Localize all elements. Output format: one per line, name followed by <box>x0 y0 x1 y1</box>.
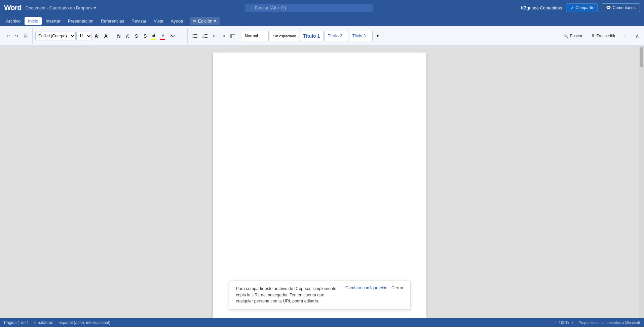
comments-icon: 💬 <box>606 5 611 10</box>
svg-point-5 <box>193 34 194 35</box>
style-sin-espaciado[interactable]: Sin espaciado <box>270 31 299 41</box>
svg-rect-18 <box>231 34 235 35</box>
font-name-select[interactable]: Calibri (Cuerpo) <box>35 32 76 40</box>
word-count: 0 palabras <box>34 320 53 325</box>
ribbon-more-button[interactable]: ··· <box>621 31 631 41</box>
ribbon: ↩ ↩ Calibri (Cuerpo) 11 A+ A- N K S S ab… <box>0 26 644 46</box>
increase-indent-button[interactable]: ⇥ <box>219 31 227 41</box>
font-size-select[interactable]: 11 <box>76 32 92 40</box>
feedback-link[interactable]: Proporcionar comentarios a Microsoft <box>578 321 640 325</box>
document-page[interactable] <box>213 52 426 318</box>
page-canvas: Para compartir este archivo de Dropbox, … <box>0 46 639 318</box>
account-name: KZgunea Contenidos <box>521 5 562 10</box>
ribbon-search-button[interactable]: 🔍 Buscar <box>560 31 585 41</box>
font-color-indicator <box>160 39 165 40</box>
transcribe-button[interactable]: 🎙 Transcribir <box>588 31 618 41</box>
notification-text: Para compartir este archivo de Dropbox, … <box>236 286 340 304</box>
numbered-list-button[interactable]: 1.2.3. <box>200 31 210 41</box>
paragraph-button[interactable] <box>228 31 237 41</box>
font-color-button[interactable]: A <box>159 31 167 41</box>
menu-archivo[interactable]: Archivo <box>3 17 24 25</box>
more-format-button[interactable]: ··· <box>178 31 186 41</box>
dropbox-chevron[interactable]: ▾ <box>94 5 96 10</box>
close-notification-button[interactable]: Cerrar <box>391 286 403 290</box>
menu-revisar[interactable]: Revisar <box>128 17 150 25</box>
bold-button[interactable]: N <box>115 31 123 41</box>
decrease-indent-button[interactable]: ⇤ <box>211 31 219 41</box>
clear-format-button[interactable]: ✕A <box>168 31 177 41</box>
ribbon-font-group: Calibri (Cuerpo) 11 A+ A- <box>34 28 112 44</box>
menu-referencias[interactable]: Referencias <box>98 17 127 25</box>
highlight-button[interactable]: ab <box>150 31 158 41</box>
svg-rect-8 <box>194 36 197 36</box>
svg-rect-12 <box>204 34 207 35</box>
ribbon-styles-group: Normal Sin espaciado Título 1 Título 2 T… <box>240 28 383 44</box>
highlight-color-indicator <box>151 39 156 40</box>
dropbox-notification: Para compartir este archivo de Dropbox, … <box>229 281 411 310</box>
svg-rect-3 <box>25 36 27 36</box>
ribbon-paragraph-group: 1.2.3. ⇤ ⇥ <box>189 28 239 44</box>
ribbon-right-tools: 🔍 Buscar 🎙 Transcribir ··· ∧ <box>560 31 641 41</box>
transcribe-icon: 🎙 <box>591 34 595 38</box>
search-wrap: 🔍 <box>245 4 373 12</box>
ribbon-undo-group: ↩ ↩ <box>3 28 33 44</box>
svg-rect-19 <box>233 36 235 36</box>
menu-insertar[interactable]: Insertar <box>42 17 64 25</box>
decrease-font-button[interactable]: A- <box>102 31 111 41</box>
notification-actions: Cambiar configuración Cerrar <box>345 286 403 290</box>
menu-presentacion[interactable]: Presentación <box>65 17 97 25</box>
svg-rect-14 <box>204 36 207 36</box>
bullet-list-button[interactable] <box>190 31 200 41</box>
menu-inicio[interactable]: Inicio <box>25 17 41 25</box>
svg-rect-2 <box>25 35 27 35</box>
ribbon-collapse-button[interactable]: ∧ <box>633 32 641 40</box>
styles-expand-button[interactable]: ▾ <box>374 31 382 41</box>
zoom-out-button[interactable]: − <box>553 320 557 325</box>
zoom-control: − 100% + <box>553 320 575 325</box>
title-bar: Word Document - Guardado en Dropbox ▾ 🔍 … <box>0 0 644 15</box>
style-titulo3[interactable]: Título 3 <box>349 31 373 41</box>
italic-button[interactable]: K <box>124 31 132 41</box>
zoom-in-button[interactable]: + <box>570 320 575 325</box>
menu-bar: Archivo Inicio Insertar Presentación Ref… <box>0 15 644 26</box>
comments-button[interactable]: 💬 Comentarios <box>602 3 640 12</box>
underline-button[interactable]: S <box>132 31 141 41</box>
share-icon: ↗ <box>570 5 574 10</box>
word-logo: Word <box>4 3 22 12</box>
svg-point-7 <box>193 35 194 36</box>
title-right: KZgunea Contenidos ↗ Compartir 💬 Comenta… <box>521 3 640 12</box>
edit-mode-button[interactable]: ✏ Edición ▾ <box>190 17 219 25</box>
redo-button[interactable]: ↩ <box>13 31 21 41</box>
style-titulo2[interactable]: Título 2 <box>325 31 348 41</box>
paste-button[interactable] <box>22 31 31 41</box>
search-input[interactable] <box>245 4 373 12</box>
language: español (alfab. internacional) <box>59 320 110 325</box>
svg-text:3.: 3. <box>202 36 204 38</box>
share-button[interactable]: ↗ Compartir <box>566 3 598 12</box>
style-titulo1[interactable]: Título 1 <box>300 31 324 41</box>
undo-button[interactable]: ↩ <box>4 31 12 41</box>
svg-rect-4 <box>25 36 27 37</box>
svg-rect-6 <box>194 34 197 35</box>
status-bar: Página 1 de 1 0 palabras español (alfab.… <box>0 318 644 327</box>
ribbon-search-icon: 🔍 <box>563 34 568 38</box>
menu-vista[interactable]: Vista <box>150 17 167 25</box>
scrollbar-thumb[interactable] <box>640 47 643 67</box>
main-area: Para compartir este archivo de Dropbox, … <box>0 46 644 318</box>
style-normal[interactable]: Normal <box>242 31 269 41</box>
doc-title: Document - Guardado en Dropbox ▾ <box>26 5 96 10</box>
increase-font-button[interactable]: A+ <box>92 31 102 41</box>
ribbon-format-group: N K S S ab A ✕A ··· <box>114 28 188 44</box>
change-settings-link[interactable]: Cambiar configuración <box>345 286 387 290</box>
svg-point-9 <box>193 37 194 38</box>
zoom-level: 100% <box>559 320 569 325</box>
svg-rect-10 <box>194 37 197 38</box>
page-count: Página 1 de 1 <box>4 320 29 325</box>
strikethrough-button[interactable]: S <box>141 31 149 41</box>
svg-rect-16 <box>204 37 207 38</box>
scrollbar[interactable] <box>639 46 644 318</box>
status-bar-right: − 100% + Proporcionar comentarios a Micr… <box>553 320 640 325</box>
menu-ayuda[interactable]: Ayuda <box>167 17 187 25</box>
